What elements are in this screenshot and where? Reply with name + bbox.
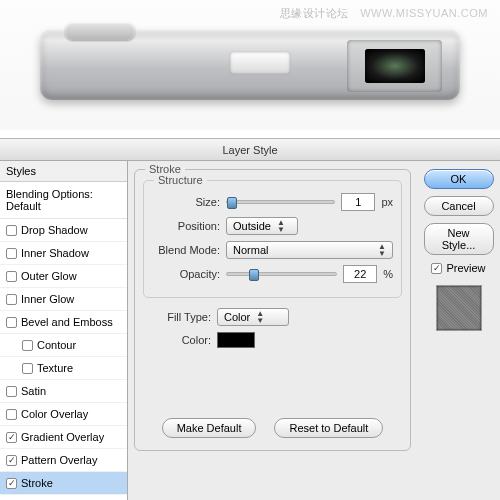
position-select[interactable]: Outside ▲▼ — [226, 217, 298, 235]
updown-icon: ▲▼ — [277, 219, 285, 233]
filltype-value: Color — [224, 311, 250, 323]
reset-default-button[interactable]: Reset to Default — [274, 418, 383, 438]
preview-swatch — [436, 285, 482, 331]
filltype-label: Fill Type: — [143, 311, 211, 323]
cancel-button[interactable]: Cancel — [424, 196, 494, 216]
style-checkbox[interactable] — [6, 432, 17, 443]
size-unit: px — [381, 196, 393, 208]
camera-lens-housing — [347, 40, 442, 92]
sidebar-item-stroke[interactable]: Stroke — [0, 472, 127, 495]
preview-checkbox[interactable] — [431, 263, 442, 274]
watermark-cn: 思缘设计论坛 — [280, 7, 349, 19]
style-checkbox[interactable] — [22, 340, 33, 351]
style-checkbox[interactable] — [6, 386, 17, 397]
fill-type-select[interactable]: Color ▲▼ — [217, 308, 289, 326]
blend-mode-select[interactable]: Normal ▲▼ — [226, 241, 393, 259]
sidebar-item-label: Bevel and Emboss — [21, 316, 113, 328]
sidebar-header[interactable]: Styles — [0, 161, 127, 182]
stroke-fieldset: Stroke Structure Size: 1 px Position: Ou… — [134, 169, 411, 451]
blend-value: Normal — [233, 244, 372, 256]
style-checkbox[interactable] — [6, 478, 17, 489]
dialog-title: Layer Style — [0, 139, 500, 161]
sidebar-item-outer-glow[interactable]: Outer Glow — [0, 265, 127, 288]
sidebar-item-drop-shadow[interactable]: Drop Shadow — [0, 219, 127, 242]
layer-style-dialog: Layer Style Styles Blending Options: Def… — [0, 138, 500, 500]
opacity-unit: % — [383, 268, 393, 280]
sidebar-item-pattern-overlay[interactable]: Pattern Overlay — [0, 449, 127, 472]
style-checkbox[interactable] — [6, 225, 17, 236]
sidebar-item-label: Stroke — [21, 477, 53, 489]
camera-lens — [365, 49, 425, 83]
size-slider[interactable] — [226, 200, 335, 204]
sidebar-item-satin[interactable]: Satin — [0, 380, 127, 403]
position-value: Outside — [233, 220, 271, 232]
color-label: Color: — [143, 334, 211, 346]
watermark: 思缘设计论坛 WWW.MISSYUAN.COM — [280, 6, 488, 21]
screenshot-photo: 思缘设计论坛 WWW.MISSYUAN.COM — [0, 0, 500, 130]
sidebar-item-label: Contour — [37, 339, 76, 351]
stroke-panel: Stroke Structure Size: 1 px Position: Ou… — [128, 161, 417, 500]
sidebar-item-inner-shadow[interactable]: Inner Shadow — [0, 242, 127, 265]
sidebar-item-label: Texture — [37, 362, 73, 374]
camera-body — [40, 30, 460, 100]
position-label: Position: — [152, 220, 220, 232]
updown-icon: ▲▼ — [378, 243, 386, 257]
preview-checkbox-row[interactable]: Preview — [431, 262, 485, 274]
sidebar-item-label: Satin — [21, 385, 46, 397]
sidebar-item-label: Inner Glow — [21, 293, 74, 305]
position-row: Position: Outside ▲▼ — [152, 217, 393, 235]
sidebar-item-texture[interactable]: Texture — [0, 357, 127, 380]
color-swatch[interactable] — [217, 332, 255, 348]
style-checkbox[interactable] — [6, 455, 17, 466]
style-checkbox[interactable] — [22, 363, 33, 374]
sidebar-item-label: Color Overlay — [21, 408, 88, 420]
blend-mode-row: Blend Mode: Normal ▲▼ — [152, 241, 393, 259]
camera-flash — [230, 52, 290, 74]
opacity-slider[interactable] — [226, 272, 337, 276]
sidebar-item-label: Outer Glow — [21, 270, 77, 282]
structure-fieldset: Structure Size: 1 px Position: Outside ▲… — [143, 180, 402, 298]
style-checkbox[interactable] — [6, 317, 17, 328]
sidebar-item-bevel-and-emboss[interactable]: Bevel and Emboss — [0, 311, 127, 334]
dialog-right-column: OK Cancel New Style... Preview — [417, 161, 500, 500]
styles-sidebar: Styles Blending Options: Default Drop Sh… — [0, 161, 128, 500]
structure-legend: Structure — [154, 174, 207, 186]
size-label: Size: — [152, 196, 220, 208]
sidebar-item-label: Inner Shadow — [21, 247, 89, 259]
sidebar-item-inner-glow[interactable]: Inner Glow — [0, 288, 127, 311]
style-checkbox[interactable] — [6, 294, 17, 305]
sidebar-item-label: Pattern Overlay — [21, 454, 97, 466]
style-checkbox[interactable] — [6, 409, 17, 420]
sidebar-item-gradient-overlay[interactable]: Gradient Overlay — [0, 426, 127, 449]
fill-type-row: Fill Type: Color ▲▼ — [143, 308, 402, 326]
style-checkbox[interactable] — [6, 248, 17, 259]
opacity-label: Opacity: — [152, 268, 220, 280]
style-checkbox[interactable] — [6, 271, 17, 282]
blending-options-row[interactable]: Blending Options: Default — [0, 182, 127, 219]
sidebar-item-label: Drop Shadow — [21, 224, 88, 236]
color-row: Color: — [143, 332, 402, 348]
size-input[interactable]: 1 — [341, 193, 375, 211]
sidebar-item-contour[interactable]: Contour — [0, 334, 127, 357]
updown-icon: ▲▼ — [256, 310, 264, 324]
sidebar-item-label: Gradient Overlay — [21, 431, 104, 443]
blend-label: Blend Mode: — [152, 244, 220, 256]
make-default-button[interactable]: Make Default — [162, 418, 257, 438]
preview-label: Preview — [446, 262, 485, 274]
camera-dial — [65, 22, 135, 40]
default-buttons-row: Make Default Reset to Default — [143, 418, 402, 438]
size-row: Size: 1 px — [152, 193, 393, 211]
dialog-body: Styles Blending Options: Default Drop Sh… — [0, 161, 500, 500]
opacity-row: Opacity: 22 % — [152, 265, 393, 283]
sidebar-item-color-overlay[interactable]: Color Overlay — [0, 403, 127, 426]
ok-button[interactable]: OK — [424, 169, 494, 189]
watermark-url: WWW.MISSYUAN.COM — [360, 7, 488, 19]
new-style-button[interactable]: New Style... — [424, 223, 494, 255]
opacity-input[interactable]: 22 — [343, 265, 377, 283]
